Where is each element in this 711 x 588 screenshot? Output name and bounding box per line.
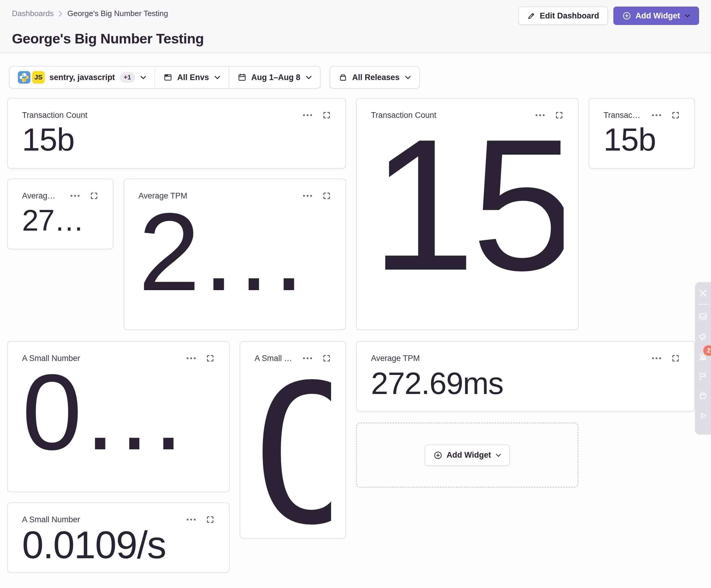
flag-icon[interactable] (698, 372, 707, 381)
play-icon[interactable] (698, 411, 707, 420)
big-number-value: 0.0109/s (255, 349, 331, 539)
dashboard-content: JS sentry, javascript +1 All Envs (0, 53, 711, 588)
breadcrumb-chevron-icon (58, 10, 63, 17)
empty-widget-slot: Add Widget (356, 423, 579, 488)
widget-expand-icon[interactable] (322, 111, 331, 120)
calendar-icon (238, 73, 246, 82)
date-range-label: Aug 1–Aug 8 (251, 73, 300, 82)
edit-dashboard-button[interactable]: Edit Dashboard (518, 6, 608, 25)
widget-expand-icon[interactable] (671, 111, 680, 120)
big-number-value: 0.0109/s (22, 358, 215, 466)
chevron-down-icon (306, 75, 312, 80)
inbox-tray-icon[interactable] (698, 312, 707, 321)
breadcrumb-dashboards-link[interactable]: Dashboards (12, 9, 53, 18)
siren-alert-icon[interactable]: 2 (698, 353, 707, 362)
dashboard-page: { "breadcrumb": { "dashboards": "Dashboa… (0, 0, 711, 588)
widget-card-small-number-3[interactable]: A Small Number 0.0109/s (7, 502, 230, 573)
python-icon (18, 71, 30, 84)
big-number-value: 272.69ms (22, 205, 99, 235)
close-icon[interactable] (698, 289, 707, 298)
window-icon (164, 73, 172, 82)
widget-title: Average TPM (22, 191, 60, 201)
project-filter[interactable]: JS sentry, javascript +1 (9, 67, 154, 88)
big-number-value: 272.69ms (138, 197, 331, 307)
widget-card-small-number-1[interactable]: A Small Number 0.0109/s (7, 341, 230, 492)
widget-card-small-number-2[interactable]: A Small Number 0.0109/s (240, 341, 346, 539)
project-platform-icons: JS (18, 71, 45, 84)
chevron-down-icon (685, 14, 690, 18)
big-number-value: 272.69ms (371, 368, 680, 399)
date-range-filter[interactable]: Aug 1–Aug 8 (229, 67, 320, 88)
widget-menu-icon[interactable] (651, 114, 662, 117)
big-number-value: 0.0109/s (22, 525, 215, 564)
environment-filter[interactable]: All Envs (154, 67, 229, 88)
breadcrumb: Dashboards George's Big Number Testing (12, 6, 168, 18)
big-number-value: 15b (604, 123, 680, 156)
widget-card-average-tpm-2[interactable]: Average TPM 272.69ms (124, 179, 346, 330)
widget-title: Transaction Count (22, 111, 293, 120)
release-filter-pill: All Releases (329, 66, 420, 89)
add-widget-slot-label: Add Widget (447, 451, 491, 460)
chevron-down-icon (405, 75, 411, 80)
page-header: Dashboards George's Big Number Testing E… (0, 0, 711, 53)
widget-title: Transaction Count (604, 111, 641, 120)
release-filter-label: All Releases (352, 73, 400, 82)
add-widget-button[interactable]: Add Widget (613, 6, 699, 25)
megaphone-icon[interactable] (698, 332, 707, 341)
widget-menu-icon[interactable] (186, 518, 196, 521)
plus-circle-icon (622, 11, 631, 20)
widget-title: A Small Number (22, 515, 176, 524)
environment-filter-label: All Envs (177, 73, 209, 82)
widget-card-transaction-count-2[interactable]: Transaction Count 15b (356, 98, 579, 330)
widget-expand-icon[interactable] (90, 191, 99, 200)
widget-title: Average TPM (371, 354, 641, 363)
panel-divider (698, 304, 708, 305)
filter-bar: JS sentry, javascript +1 All Envs (9, 66, 420, 89)
edit-dashboard-label: Edit Dashboard (540, 11, 599, 21)
widget-card-transaction-count-3[interactable]: Transaction Count 15b (589, 98, 695, 169)
big-number-value: 15b (371, 111, 564, 298)
breadcrumb-current: George's Big Number Testing (67, 9, 168, 18)
widget-card-average-tpm-3[interactable]: Average TPM 272.69ms (356, 341, 695, 411)
page-title: George's Big Number Testing (12, 30, 699, 47)
widget-card-transaction-count-1[interactable]: Transaction Count 15b (7, 98, 346, 169)
release-box-icon (339, 73, 347, 82)
widget-expand-icon[interactable] (206, 515, 215, 524)
chevron-down-icon (214, 75, 220, 80)
add-widget-slot-button[interactable]: Add Widget (425, 445, 510, 466)
big-number-value: 15b (22, 123, 331, 156)
floating-sidebar-panel: 2 (695, 282, 711, 435)
widget-menu-icon[interactable] (651, 357, 662, 360)
add-widget-label: Add Widget (635, 11, 680, 21)
widget-menu-icon[interactable] (70, 194, 80, 197)
project-extra-count-badge: +1 (120, 72, 135, 83)
widget-menu-icon[interactable] (302, 114, 313, 117)
release-filter[interactable]: All Releases (330, 67, 419, 88)
page-filter-pill: JS sentry, javascript +1 All Envs (9, 66, 321, 89)
project-filter-label: sentry, javascript (49, 73, 115, 82)
pencil-icon (527, 12, 536, 20)
widget-card-average-tpm-1[interactable]: Average TPM 272.69ms (7, 179, 113, 249)
plus-circle-icon (433, 451, 443, 460)
chevron-down-icon (140, 75, 146, 80)
release-box-icon[interactable] (698, 391, 707, 400)
javascript-icon: JS (32, 71, 45, 84)
chevron-down-icon (496, 453, 501, 457)
widget-expand-icon[interactable] (671, 354, 680, 363)
